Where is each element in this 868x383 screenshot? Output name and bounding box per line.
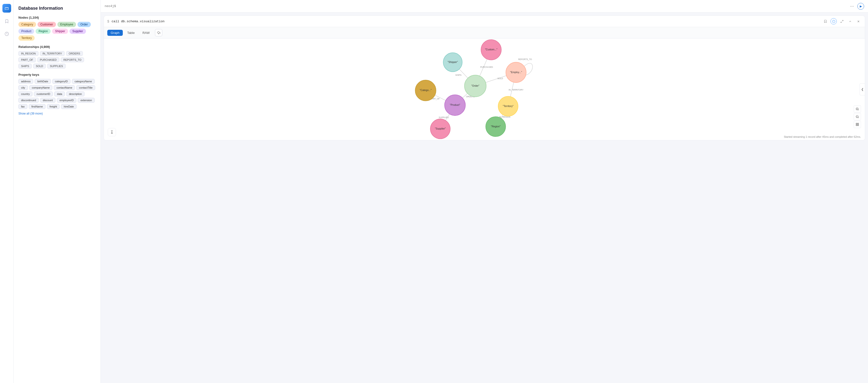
property-keys-tags: addressbirthDatecategoryIDcategoryNameci… (19, 79, 96, 109)
prop-tag-description[interactable]: description (66, 92, 85, 96)
prop-tag-contacttitle[interactable]: contactTitle (76, 85, 95, 90)
rel-tag-sold[interactable]: SOLD (33, 64, 46, 68)
svg-text:PURCHASED: PURCHASED (480, 66, 493, 68)
rel-tag-orders[interactable]: ORDERS (66, 51, 83, 56)
svg-rect-51 (856, 123, 857, 124)
prop-tag-fax[interactable]: fax (19, 104, 27, 109)
show-more-link[interactable]: Show all (39 more) (19, 112, 43, 115)
svg-line-49 (858, 118, 859, 118)
relationships-section-title: Relationships (4,909) (19, 45, 96, 49)
node-tag-territory[interactable]: Territory (19, 35, 35, 41)
svg-point-38 (430, 119, 450, 139)
close-query-button[interactable] (855, 18, 862, 25)
node-tag-region[interactable]: Region (36, 29, 51, 34)
node-tag-customer[interactable]: Customer (37, 22, 56, 27)
tabs-row: Graph Table RAW (104, 27, 865, 38)
svg-text:SOLD: SOLD (497, 77, 503, 79)
prop-tag-employeeid[interactable]: employeeID (57, 98, 76, 103)
tab-raw[interactable]: RAW (139, 30, 153, 36)
top-bar: ⋯ ▶ (101, 0, 868, 12)
svg-point-28 (443, 53, 462, 72)
prop-tag-extension[interactable]: extension (78, 98, 94, 103)
graph-node-product[interactable]: "Product" (445, 95, 465, 116)
prop-tag-city[interactable]: city (19, 85, 28, 90)
rel-tag-ships[interactable]: SHIPS (19, 64, 32, 68)
svg-point-26 (481, 40, 501, 60)
collapse-query-button[interactable] (847, 18, 853, 25)
query-bar: $ call db.schema.visualization (104, 16, 865, 27)
bookmark-icon[interactable] (3, 18, 11, 25)
history-icon[interactable] (3, 30, 11, 38)
sidebar-nav: 🗃 (0, 0, 13, 383)
download-button[interactable] (155, 29, 162, 36)
top-bar-actions: ⋯ ▶ (848, 3, 864, 10)
prop-tag-country[interactable]: country (19, 92, 32, 96)
node-tag-category[interactable]: Category (19, 22, 36, 27)
svg-text:SHIPS: SHIPS (455, 74, 462, 76)
graph-node-shipper[interactable]: "Shipper" (443, 53, 462, 72)
svg-point-30 (506, 62, 526, 83)
prop-tag-discount[interactable]: discount (40, 98, 56, 103)
graph-node-order[interactable]: "Order" (465, 75, 486, 97)
svg-line-4 (842, 20, 843, 21)
run-icon: ▶ (860, 5, 862, 8)
relationships-tags: IN_REGIONIN_TERRITORYORDERSPART_OFPURCHA… (19, 51, 96, 68)
more-icon: ⋯ (850, 4, 854, 8)
prop-tag-discontinued[interactable]: discontinued (19, 98, 39, 103)
graph-area: SHIPSPURCHASEDSOLDREPORTS_TOORDERSPART_O… (104, 38, 865, 140)
graph-node-supplier[interactable]: "Supplier" (430, 119, 450, 139)
graph-node-region[interactable]: "Region" (486, 117, 506, 136)
prop-tag-companyname[interactable]: companyName (29, 85, 53, 90)
zoom-in-button[interactable] (854, 105, 861, 113)
more-options-button[interactable]: ⋯ (848, 3, 856, 10)
nodes-section-title: Nodes (1,104) (19, 16, 96, 19)
rel-tag-supplies[interactable]: SUPPLIES (47, 64, 66, 68)
node-tag-order[interactable]: Order (78, 22, 91, 27)
node-tag-product[interactable]: Product (19, 29, 34, 34)
node-tag-shipper[interactable]: Shipper (52, 29, 68, 34)
node-tag-employee[interactable]: Employee (57, 22, 76, 27)
tab-graph[interactable]: Graph (107, 30, 123, 36)
logo-icon: 🗃 (5, 6, 9, 11)
panel-title: Database Information (19, 6, 96, 11)
prop-tag-freight[interactable]: freight (47, 104, 60, 109)
rel-tag-part_of[interactable]: PART_OF (19, 57, 36, 62)
tab-table[interactable]: Table (124, 30, 138, 36)
graph-node-category[interactable]: "Catego..." (415, 80, 436, 101)
zoom-fit-button[interactable] (854, 121, 861, 128)
svg-rect-54 (856, 125, 857, 126)
prop-tag-hiredate[interactable]: hireDate (61, 104, 76, 109)
rel-tag-in_territory[interactable]: IN_TERRITORY (40, 51, 65, 56)
zoom-out-button[interactable] (854, 113, 861, 120)
query-text: call db.schema.visualization (112, 20, 820, 23)
query-prompt: $ (107, 19, 109, 23)
prop-tag-firstname[interactable]: firstName (29, 104, 45, 109)
svg-line-5 (841, 22, 842, 23)
prop-tag-customerid[interactable]: customerID (34, 92, 53, 96)
prop-tag-address[interactable]: address (19, 79, 33, 84)
rel-tag-reports_to[interactable]: REPORTS_TO (61, 57, 84, 62)
flask-button[interactable] (108, 128, 116, 136)
svg-point-32 (465, 75, 486, 97)
graph-node-employee[interactable]: "Employ..." (506, 62, 526, 83)
rel-tag-purchased[interactable]: PURCHASED (37, 57, 59, 62)
graph-node-customer[interactable]: "Custom..." (481, 40, 501, 60)
node-tag-supplier[interactable]: Supplier (69, 29, 86, 34)
prop-tag-categoryid[interactable]: categoryID (52, 79, 70, 84)
collapse-panel-button[interactable]: ❮ (860, 83, 865, 95)
prop-tag-birthdate[interactable]: birthDate (35, 79, 51, 84)
graph-node-territory[interactable]: "Territory" (498, 96, 518, 116)
svg-line-45 (858, 110, 859, 110)
rel-tag-in_region[interactable]: IN_REGION (19, 51, 38, 56)
info-button[interactable] (831, 18, 837, 25)
prop-tag-contactname[interactable]: contactName (54, 85, 75, 90)
expand-query-button[interactable] (839, 18, 845, 25)
app-logo: 🗃 (2, 4, 11, 12)
bookmark-query-button[interactable] (822, 18, 829, 25)
collapse-icon: ❮ (861, 88, 864, 91)
run-button[interactable]: ▶ (857, 3, 864, 10)
prop-tag-categoryname[interactable]: categoryName (72, 79, 95, 84)
neo4j-input[interactable] (104, 4, 847, 8)
prop-tag-data[interactable]: data (54, 92, 65, 96)
svg-point-34 (415, 80, 436, 101)
